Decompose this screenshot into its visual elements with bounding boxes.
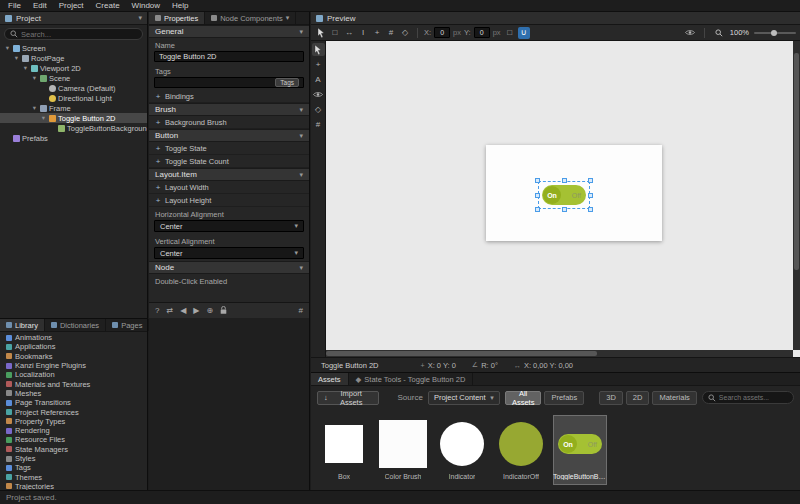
library-item-applications[interactable]: Applications: [0, 342, 147, 351]
library-item-tags[interactable]: Tags: [0, 463, 147, 472]
expander-icon[interactable]: ▾: [13, 54, 20, 62]
add-toggle-state-row[interactable]: + Toggle State: [149, 142, 309, 155]
add-layout-width-row[interactable]: + Layout Width: [149, 181, 309, 194]
add-bindings-row[interactable]: + Bindings: [149, 90, 309, 103]
section-layout-item[interactable]: Layout.Item ▾: [149, 168, 309, 181]
ruler-icon[interactable]: □: [504, 27, 516, 39]
selection-handle-ne[interactable]: [588, 178, 593, 183]
x-field[interactable]: 0: [434, 27, 450, 38]
zoom-level[interactable]: 100%: [730, 28, 749, 37]
filter-prefabs[interactable]: Prefabs: [544, 391, 584, 405]
tab-dictionaries[interactable]: Dictionaries: [45, 319, 106, 331]
assets-search-box[interactable]: [702, 391, 794, 404]
grid-view-icon[interactable]: #: [299, 306, 303, 315]
select-tool-icon[interactable]: [312, 43, 325, 56]
visibility-icon[interactable]: [684, 27, 696, 39]
wireframe-tool-icon[interactable]: ◇: [312, 103, 325, 116]
section-button[interactable]: Button ▾: [149, 129, 309, 142]
selection-handle-nw[interactable]: [535, 178, 540, 183]
tab-node-components[interactable]: Node Components ▾: [205, 12, 296, 24]
tree-item-rootpage[interactable]: ▾ RootPage: [0, 53, 147, 63]
source-select[interactable]: Project Content ▾: [428, 391, 500, 405]
library-item-state-managers[interactable]: State Managers: [0, 445, 147, 454]
preview-panel-header[interactable]: Preview: [311, 12, 800, 25]
pan-tool-icon[interactable]: +: [312, 58, 325, 71]
library-item-localization[interactable]: Localization: [0, 370, 147, 379]
tags-button[interactable]: Tags: [275, 78, 299, 87]
expander-icon[interactable]: ▾: [31, 74, 38, 82]
menu-file[interactable]: File: [2, 1, 27, 10]
expander-icon[interactable]: ▾: [31, 104, 38, 112]
filter-all-assets[interactable]: All Assets: [505, 391, 542, 405]
grid-tool-icon[interactable]: #: [312, 118, 325, 131]
expander-icon[interactable]: ▾: [4, 44, 11, 52]
add-layout-height-row[interactable]: + Layout Height: [149, 194, 309, 207]
y-field[interactable]: 0: [474, 27, 490, 38]
import-assets-button[interactable]: ↓ Import Assets: [317, 391, 379, 405]
sync-icon[interactable]: ⇄: [166, 306, 173, 315]
project-panel-header[interactable]: Project ▾: [0, 12, 147, 25]
library-item-kanzi-engine-plugins[interactable]: Kanzi Engine Plugins: [0, 361, 147, 370]
library-item-page-transitions[interactable]: Page Transitions: [0, 398, 147, 407]
tab-properties[interactable]: Properties: [149, 12, 205, 24]
section-general[interactable]: General ▾: [149, 25, 309, 38]
select-tool-icon[interactable]: [315, 27, 327, 39]
selection-handle-se[interactable]: [588, 207, 593, 212]
section-brush[interactable]: Brush ▾: [149, 103, 309, 116]
filter-materials[interactable]: Materials: [652, 391, 696, 405]
tree-item-camera-default[interactable]: Camera (Default): [0, 83, 147, 93]
name-input[interactable]: [159, 52, 299, 61]
forward-icon[interactable]: ▶: [193, 306, 199, 315]
library-item-materials-and-textures[interactable]: Materials and Textures: [0, 379, 147, 388]
zoom-slider-thumb[interactable]: [771, 30, 777, 36]
toggle-button-graphic[interactable]: On Off: [542, 185, 586, 205]
help-icon[interactable]: ?: [155, 306, 159, 315]
library-item-project-references[interactable]: Project References: [0, 407, 147, 416]
tree-item-scene[interactable]: ▾ Scene: [0, 73, 147, 83]
tree-item-toggle-button-2d[interactable]: ▾ Toggle Button 2D: [0, 113, 147, 123]
filter-2d[interactable]: 2D: [626, 391, 650, 405]
scrollbar-thumb[interactable]: [326, 351, 597, 356]
menu-edit[interactable]: Edit: [27, 1, 53, 10]
toggle-button-node[interactable]: On Off: [542, 185, 586, 205]
tab-pages[interactable]: Pages: [106, 319, 149, 331]
asset-box[interactable]: Box: [317, 415, 371, 485]
canvas-vertical-scrollbar[interactable]: [793, 41, 800, 350]
asset-indicator[interactable]: Indicator: [435, 415, 489, 485]
library-item-resource-files[interactable]: Resource Files: [0, 435, 147, 444]
menu-create[interactable]: Create: [90, 1, 126, 10]
lock-icon[interactable]: [220, 306, 227, 315]
selection-handle-s[interactable]: [562, 207, 567, 212]
chevron-down-icon[interactable]: ▾: [138, 14, 142, 22]
move-tool-icon[interactable]: +: [371, 27, 383, 39]
horizontal-alignment-select[interactable]: Center ▾: [154, 220, 304, 232]
snap-object-icon[interactable]: ◇: [399, 27, 411, 39]
project-search-box[interactable]: [4, 28, 143, 40]
tab-state-tools-toggle-button-2d[interactable]: ◆ State Tools - Toggle Button 2D: [349, 373, 474, 385]
zoom-icon[interactable]: [713, 27, 725, 39]
project-search-input[interactable]: [21, 30, 137, 39]
magnet-icon[interactable]: ∪: [518, 27, 530, 39]
tree-item-prefabs[interactable]: Prefabs: [0, 133, 147, 143]
vertical-alignment-select[interactable]: Center ▾: [154, 247, 304, 259]
library-item-animations[interactable]: Animations: [0, 333, 147, 342]
width-tool-icon[interactable]: ↔: [343, 27, 355, 39]
library-item-styles[interactable]: Styles: [0, 454, 147, 463]
pin-icon[interactable]: ⊕: [206, 306, 213, 315]
library-item-themes[interactable]: Themes: [0, 472, 147, 481]
text-tool-icon[interactable]: A: [312, 73, 325, 86]
asset-indicatoroff[interactable]: IndicatorOff: [494, 415, 548, 485]
selection-handle-w[interactable]: [535, 193, 540, 198]
asset-color-brush[interactable]: Color Brush: [376, 415, 430, 485]
visibility-tool-icon[interactable]: [312, 88, 325, 101]
library-item-rendering[interactable]: Rendering: [0, 426, 147, 435]
tree-item-directional-light[interactable]: Directional Light: [0, 93, 147, 103]
library-item-property-types[interactable]: Property Types: [0, 417, 147, 426]
tags-input[interactable]: [159, 78, 275, 87]
selection-handle-e[interactable]: [588, 193, 593, 198]
tree-item-togglebuttonbackground[interactable]: ToggleButtonBackground: [0, 123, 147, 133]
back-icon[interactable]: ◀: [180, 306, 186, 315]
zoom-slider[interactable]: [754, 32, 796, 34]
selection-handle-n[interactable]: [562, 178, 567, 183]
snap-grid-icon[interactable]: #: [385, 27, 397, 39]
